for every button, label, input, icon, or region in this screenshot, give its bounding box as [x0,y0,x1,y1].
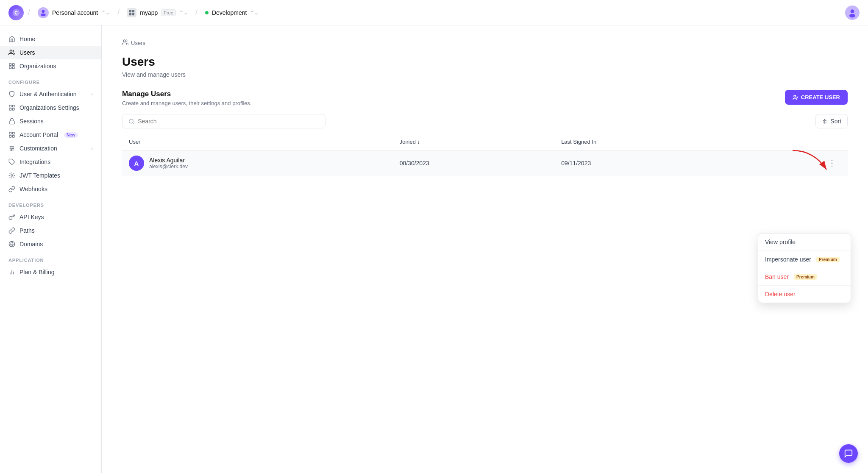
sidebar-webhooks-label: Webhooks [19,186,47,192]
context-menu-delete[interactable]: Delete user [758,286,851,303]
sort-button[interactable]: Sort [815,114,848,128]
sort-down-icon: ↓ [417,139,420,145]
sidebar-integrations-label: Integrations [19,159,50,165]
sidebar-home-label: Home [19,36,35,42]
section-title-area: Manage Users Create and manage users, th… [122,90,252,106]
create-user-button[interactable]: CREATE USER [785,90,848,105]
sidebar-item-account-portal[interactable]: Account Portal New [0,128,101,142]
account-portal-icon [8,131,15,138]
ban-user-label: Ban user [765,273,789,280]
sort-label: Sort [830,118,841,125]
sidebar-item-home[interactable]: Home [0,32,101,46]
delete-user-label: Delete user [765,291,796,298]
sidebar-sessions-label: Sessions [19,118,44,125]
svg-rect-14 [12,67,14,69]
sidebar-item-api-keys[interactable]: API Keys [0,210,101,224]
account-chevron-icon: ⌃⌄ [101,10,110,16]
col-joined[interactable]: Joined ↓ [393,134,554,150]
svg-rect-22 [9,135,11,137]
nav-separator-3: / [195,8,198,17]
svg-rect-11 [9,64,11,66]
create-user-label: CREATE USER [801,94,840,100]
sidebar-item-sessions[interactable]: Sessions [0,114,101,128]
search-input[interactable] [138,118,319,125]
sidebar-item-plan-billing[interactable]: Plan & Billing [0,265,101,279]
svg-rect-23 [12,135,14,137]
svg-rect-15 [9,105,11,107]
table-body: A Alexis Aguilar alexis@clerk.dev 08/30/… [122,150,848,176]
sidebar-organizations-label: Organizations [19,63,56,70]
key-icon [8,214,15,220]
page-title: Users [122,55,848,69]
users-table: User Joined ↓ Last Signed In [122,134,848,176]
env-switcher[interactable]: Development ⌃⌄ [202,8,262,18]
chat-icon [844,449,853,458]
sidebar: Home Users Organizations CONFIGURE [0,25,102,473]
user-avatar-button[interactable] [845,6,860,20]
sidebar-item-organizations[interactable]: Organizations [0,59,101,73]
topnav-left: / Personal account ⌃⌄ / myapp [8,5,262,20]
context-menu-ban[interactable]: Ban user Premium [758,268,851,285]
row-actions-button[interactable]: ⋮ [825,157,839,170]
app-logo[interactable] [8,5,24,20]
svg-point-28 [12,148,14,149]
webhooks-icon [8,186,15,192]
svg-rect-5 [129,13,131,15]
context-menu-impersonate[interactable]: Impersonate user Premium [758,251,851,268]
search-box[interactable] [122,114,326,128]
app-icon [127,8,136,17]
sidebar-item-customization[interactable]: Customization › [0,142,101,155]
configure-section-label: CONFIGURE [0,73,101,87]
section-header: Manage Users Create and manage users, th… [122,90,848,106]
sidebar-domains-label: Domains [19,241,43,248]
globe-icon [8,241,15,248]
chat-bubble-button[interactable] [839,444,858,463]
env-status-dot [205,11,209,14]
sliders-icon [8,145,15,152]
users-table-wrapper: User Joined ↓ Last Signed In [122,134,848,176]
sidebar-item-webhooks[interactable]: Webhooks [0,182,101,196]
create-user-icon [793,95,798,100]
app-grid-icon [129,10,135,16]
sidebar-item-paths[interactable]: Paths [0,224,101,237]
app-switcher[interactable]: myapp Free ⌃⌄ [124,6,191,19]
app-name: myapp [140,9,158,16]
search-icon [128,118,134,125]
svg-point-29 [11,150,12,151]
svg-point-37 [123,40,125,42]
svg-point-27 [10,146,11,147]
joined-date: 08/30/2023 [393,150,554,176]
svg-rect-20 [9,132,11,134]
svg-point-10 [10,50,12,52]
sidebar-users-label: Users [19,49,35,56]
sidebar-item-org-settings[interactable]: Organizations Settings [0,101,101,114]
col-last-signed-in: Last Signed In [554,134,737,150]
impersonate-premium-badge: Premium [816,257,840,262]
main-content: Users Users View and manage users Manage… [102,25,868,473]
row-actions-cell: ⋮ [737,150,848,176]
ban-premium-badge: Premium [794,274,817,280]
sidebar-item-user-auth[interactable]: User & Authentication › [0,87,101,101]
table-row[interactable]: A Alexis Aguilar alexis@clerk.dev 08/30/… [122,150,848,176]
svg-rect-18 [12,108,14,110]
last-signed-in-date: 09/11/2023 [554,150,737,176]
svg-rect-19 [9,121,14,124]
page-subtitle: View and manage users [122,71,848,78]
svg-line-42 [133,122,134,124]
sidebar-account-portal-label: Account Portal [19,131,58,138]
jwt-icon [8,172,15,179]
sidebar-org-settings-label: Organizations Settings [19,104,79,111]
table-header: User Joined ↓ Last Signed In [122,134,848,150]
sidebar-item-users[interactable]: Users [0,46,101,59]
account-portal-badge: New [64,132,78,138]
sidebar-item-domains[interactable]: Domains [0,237,101,251]
sidebar-plan-billing-label: Plan & Billing [19,269,55,275]
user-row-avatar: A [129,156,144,171]
users-icon [8,49,15,56]
sidebar-item-integrations[interactable]: Integrations [0,155,101,169]
sidebar-paths-label: Paths [19,227,35,234]
context-menu-view-profile[interactable]: View profile [758,234,851,250]
nav-separator-1: / [28,8,30,17]
sidebar-item-jwt-templates[interactable]: JWT Templates [0,169,101,182]
account-switcher[interactable]: Personal account ⌃⌄ [34,6,113,20]
